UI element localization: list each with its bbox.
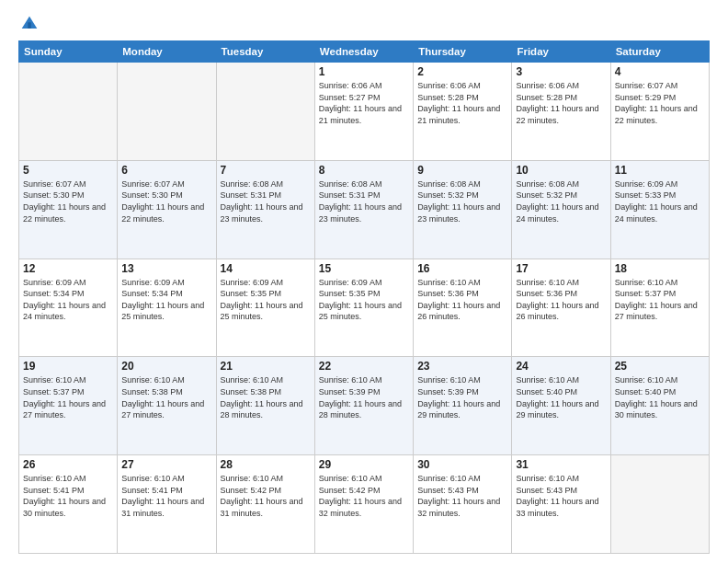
calendar-cell: 30Sunrise: 6:10 AM Sunset: 5:43 PM Dayli… [414,455,512,554]
calendar-cell: 19Sunrise: 6:10 AM Sunset: 5:37 PM Dayli… [19,357,118,455]
calendar-cell: 28Sunrise: 6:10 AM Sunset: 5:42 PM Dayli… [216,455,314,554]
cell-info: Sunrise: 6:10 AM Sunset: 5:40 PM Dayligh… [615,374,705,420]
calendar-cell: 26Sunrise: 6:10 AM Sunset: 5:41 PM Dayli… [19,455,118,554]
svg-rect-1 [28,22,30,29]
calendar-cell: 9Sunrise: 6:08 AM Sunset: 5:32 PM Daylig… [414,160,512,259]
cell-info: Sunrise: 6:08 AM Sunset: 5:32 PM Dayligh… [516,178,606,224]
weekday-header-saturday: Saturday [610,41,709,63]
day-number: 12 [23,262,113,275]
calendar-cell: 14Sunrise: 6:09 AM Sunset: 5:35 PM Dayli… [216,259,314,357]
day-number: 17 [516,262,606,275]
day-number: 30 [417,458,507,471]
day-number: 28 [221,458,311,471]
calendar-cell: 3Sunrise: 6:06 AM Sunset: 5:28 PM Daylig… [512,63,610,161]
cell-info: Sunrise: 6:10 AM Sunset: 5:36 PM Dayligh… [516,277,606,323]
logo-icon [20,15,39,33]
header [18,15,710,33]
calendar-cell: 16Sunrise: 6:10 AM Sunset: 5:36 PM Dayli… [414,259,512,357]
day-number: 11 [615,164,705,177]
cell-info: Sunrise: 6:10 AM Sunset: 5:38 PM Dayligh… [121,374,211,420]
weekday-header-row: SundayMondayTuesdayWednesdayThursdayFrid… [19,41,710,63]
day-number: 21 [221,360,311,373]
calendar-cell: 24Sunrise: 6:10 AM Sunset: 5:40 PM Dayli… [512,357,610,455]
calendar-cell: 31Sunrise: 6:10 AM Sunset: 5:43 PM Dayli… [512,455,610,554]
day-number: 16 [417,262,507,275]
calendar-cell: 18Sunrise: 6:10 AM Sunset: 5:37 PM Dayli… [610,259,709,357]
cell-info: Sunrise: 6:08 AM Sunset: 5:31 PM Dayligh… [221,178,311,224]
weekday-header-tuesday: Tuesday [216,41,314,63]
cell-info: Sunrise: 6:09 AM Sunset: 5:34 PM Dayligh… [23,277,113,323]
cell-info: Sunrise: 6:10 AM Sunset: 5:40 PM Dayligh… [516,374,606,420]
day-number: 14 [221,262,311,275]
cell-info: Sunrise: 6:09 AM Sunset: 5:34 PM Dayligh… [121,277,211,323]
weekday-header-friday: Friday [512,41,610,63]
cell-info: Sunrise: 6:10 AM Sunset: 5:41 PM Dayligh… [121,473,211,519]
calendar-table: SundayMondayTuesdayWednesdayThursdayFrid… [18,40,710,554]
calendar-cell [118,63,216,161]
calendar-cell: 2Sunrise: 6:06 AM Sunset: 5:28 PM Daylig… [414,63,512,161]
day-number: 24 [516,360,606,373]
day-number: 4 [615,65,705,78]
calendar-cell: 21Sunrise: 6:10 AM Sunset: 5:38 PM Dayli… [216,357,314,455]
cell-info: Sunrise: 6:09 AM Sunset: 5:35 PM Dayligh… [319,277,409,323]
cell-info: Sunrise: 6:09 AM Sunset: 5:33 PM Dayligh… [615,178,705,224]
calendar-cell [216,63,314,161]
day-number: 22 [319,360,409,373]
cell-info: Sunrise: 6:10 AM Sunset: 5:39 PM Dayligh… [319,374,409,420]
cell-info: Sunrise: 6:09 AM Sunset: 5:35 PM Dayligh… [221,277,311,323]
cell-info: Sunrise: 6:06 AM Sunset: 5:28 PM Dayligh… [417,80,507,126]
day-number: 9 [417,164,507,177]
calendar-cell: 15Sunrise: 6:09 AM Sunset: 5:35 PM Dayli… [314,259,413,357]
calendar-cell: 7Sunrise: 6:08 AM Sunset: 5:31 PM Daylig… [216,160,314,259]
cell-info: Sunrise: 6:10 AM Sunset: 5:41 PM Dayligh… [23,473,113,519]
cell-info: Sunrise: 6:10 AM Sunset: 5:38 PM Dayligh… [221,374,311,420]
day-number: 7 [221,164,311,177]
day-number: 31 [516,458,606,471]
day-number: 6 [121,164,211,177]
calendar-cell: 17Sunrise: 6:10 AM Sunset: 5:36 PM Dayli… [512,259,610,357]
calendar-cell [19,63,118,161]
cell-info: Sunrise: 6:06 AM Sunset: 5:27 PM Dayligh… [319,80,409,126]
cell-info: Sunrise: 6:10 AM Sunset: 5:42 PM Dayligh… [221,473,311,519]
day-number: 8 [319,164,409,177]
calendar-cell: 27Sunrise: 6:10 AM Sunset: 5:41 PM Dayli… [118,455,216,554]
day-number: 19 [23,360,113,373]
cell-info: Sunrise: 6:10 AM Sunset: 5:43 PM Dayligh… [516,473,606,519]
weekday-header-sunday: Sunday [19,41,118,63]
calendar-cell: 10Sunrise: 6:08 AM Sunset: 5:32 PM Dayli… [512,160,610,259]
weekday-header-thursday: Thursday [414,41,512,63]
calendar-week-row: 1Sunrise: 6:06 AM Sunset: 5:27 PM Daylig… [19,63,710,161]
day-number: 18 [615,262,705,275]
calendar-cell: 6Sunrise: 6:07 AM Sunset: 5:30 PM Daylig… [118,160,216,259]
cell-info: Sunrise: 6:07 AM Sunset: 5:30 PM Dayligh… [121,178,211,224]
calendar-cell: 13Sunrise: 6:09 AM Sunset: 5:34 PM Dayli… [118,259,216,357]
cell-info: Sunrise: 6:06 AM Sunset: 5:28 PM Dayligh… [516,80,606,126]
cell-info: Sunrise: 6:08 AM Sunset: 5:32 PM Dayligh… [417,178,507,224]
cell-info: Sunrise: 6:07 AM Sunset: 5:30 PM Dayligh… [23,178,113,224]
calendar-cell: 11Sunrise: 6:09 AM Sunset: 5:33 PM Dayli… [610,160,709,259]
day-number: 1 [319,65,409,78]
calendar-cell: 23Sunrise: 6:10 AM Sunset: 5:39 PM Dayli… [414,357,512,455]
calendar-cell: 8Sunrise: 6:08 AM Sunset: 5:31 PM Daylig… [314,160,413,259]
calendar-cell: 12Sunrise: 6:09 AM Sunset: 5:34 PM Dayli… [19,259,118,357]
day-number: 15 [319,262,409,275]
day-number: 27 [121,458,211,471]
calendar-cell: 5Sunrise: 6:07 AM Sunset: 5:30 PM Daylig… [19,160,118,259]
cell-info: Sunrise: 6:10 AM Sunset: 5:42 PM Dayligh… [319,473,409,519]
cell-info: Sunrise: 6:10 AM Sunset: 5:43 PM Dayligh… [417,473,507,519]
calendar-cell: 29Sunrise: 6:10 AM Sunset: 5:42 PM Dayli… [314,455,413,554]
calendar-week-row: 19Sunrise: 6:10 AM Sunset: 5:37 PM Dayli… [19,357,710,455]
day-number: 5 [23,164,113,177]
day-number: 20 [121,360,211,373]
day-number: 29 [319,458,409,471]
cell-info: Sunrise: 6:07 AM Sunset: 5:29 PM Dayligh… [615,80,705,126]
calendar-cell [610,455,709,554]
day-number: 2 [417,65,507,78]
day-number: 23 [417,360,507,373]
day-number: 13 [121,262,211,275]
calendar-week-row: 5Sunrise: 6:07 AM Sunset: 5:30 PM Daylig… [19,160,710,259]
cell-info: Sunrise: 6:10 AM Sunset: 5:37 PM Dayligh… [615,277,705,323]
page: SundayMondayTuesdayWednesdayThursdayFrid… [0,0,728,563]
calendar-week-row: 12Sunrise: 6:09 AM Sunset: 5:34 PM Dayli… [19,259,710,357]
calendar-cell: 25Sunrise: 6:10 AM Sunset: 5:40 PM Dayli… [610,357,709,455]
